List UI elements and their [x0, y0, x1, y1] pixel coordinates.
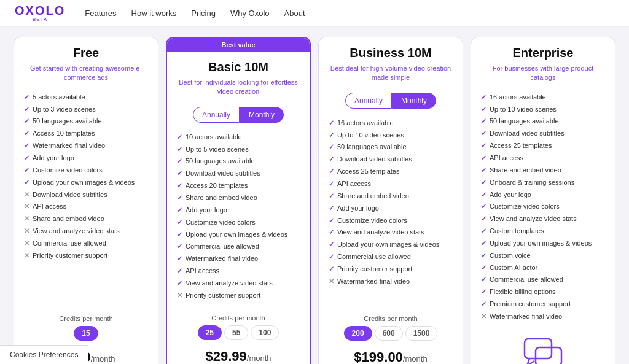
feature-text: API access	[186, 266, 219, 276]
feature-item: ✓ Up to 10 video scenes	[481, 105, 605, 114]
feature-text: Share and embed video	[33, 214, 104, 223]
feature-text: Access 25 templates	[490, 141, 552, 150]
check-icon: ✓	[481, 239, 486, 248]
feature-item: ✓ Customize video colors	[24, 166, 148, 175]
svg-rect-0	[525, 339, 552, 358]
check-icon: ✓	[481, 287, 486, 296]
feature-text: Add your logo	[186, 206, 227, 215]
credits-pill[interactable]: 25	[198, 325, 222, 340]
price-period: /month	[91, 354, 115, 363]
check-icon: ✓	[481, 117, 486, 126]
card-header: Basic 10M Best for individuals looking f…	[167, 52, 310, 102]
feature-item: ✓ Share and embed video	[481, 166, 605, 175]
toggle-monthly[interactable]: Monthly	[240, 107, 284, 123]
credits-pills: 2006001500	[329, 326, 453, 341]
credits-section: Credits per month 15	[14, 309, 158, 344]
card-title: Business 10M	[329, 46, 453, 60]
credits-pill[interactable]: 600	[375, 326, 403, 341]
feature-item: ✕ Download video subtitles	[24, 190, 148, 199]
feature-text: Priority customer support	[186, 291, 260, 300]
feature-item: ✓ Custom templates	[481, 227, 605, 236]
check-icon: ✓	[24, 153, 29, 163]
logo-text: OXOLO	[15, 4, 65, 17]
price-period: /month	[403, 354, 428, 363]
feature-text: Customize video colors	[186, 218, 256, 227]
feature-text: 16 actors available	[337, 118, 394, 128]
check-icon: ✓	[481, 141, 486, 150]
check-icon: ✓	[481, 300, 486, 309]
feature-text: Up to 10 video scenes	[490, 105, 557, 114]
feature-text: Upload your own images & videos	[490, 239, 592, 248]
credits-label: Credits per month	[329, 315, 453, 322]
nav-link-about[interactable]: About	[284, 9, 305, 18]
feature-item: ✓ Share and embed video	[177, 193, 300, 203]
check-icon: ✓	[481, 214, 486, 223]
feature-item: ✓ Add your logo	[329, 204, 453, 213]
check-icon: ✓	[329, 192, 334, 201]
feature-item: ✓ Upload your own images & videos	[481, 239, 605, 248]
feature-item: ✓ API access	[329, 179, 453, 188]
card-subtitle: Best deal for high-volume video creation…	[329, 64, 453, 83]
feature-text: Up to 5 video scenes	[186, 145, 249, 154]
credits-section: Credits per month 2006001500	[319, 309, 463, 344]
feature-text: Add your logo	[490, 190, 531, 199]
feature-text: Download video subtitles	[490, 129, 565, 138]
card-title: Basic 10M	[177, 60, 300, 74]
feature-text: Download video subtitles	[186, 169, 260, 178]
feature-text: Customize video colors	[33, 166, 103, 175]
feature-text: Share and embed video	[490, 166, 561, 175]
toggle-annually[interactable]: Annually	[193, 107, 240, 123]
price-value: $199.00	[354, 349, 403, 364]
check-icon: ✓	[177, 279, 182, 288]
check-icon: ✓	[24, 166, 29, 175]
svg-rect-1	[536, 347, 561, 364]
feature-item: ✓ Upload your own images & videos	[177, 230, 300, 239]
feature-item: ✓ 50 languages available	[481, 117, 605, 126]
feature-text: Custom templates	[490, 227, 544, 236]
feature-item: ✓ 50 languages available	[177, 157, 300, 166]
feature-text: Priority customer support	[337, 265, 412, 274]
feature-item: ✓ Premium customer support	[481, 300, 605, 309]
check-icon: ✓	[177, 266, 182, 276]
feature-text: 10 actors available	[186, 133, 242, 142]
check-icon: ✓	[177, 145, 182, 154]
feature-text: 5 actors available	[33, 93, 85, 102]
feature-item: ✓ 16 actors available	[481, 93, 605, 102]
feature-item: ✓ Customize video colors	[177, 218, 300, 227]
features-list: ✓ 10 actors available ✓ Up to 5 video sc…	[167, 128, 310, 308]
feature-item: ✓ 16 actors available	[329, 118, 453, 128]
plan-card-basic: Best value Basic 10M Best for individual…	[166, 37, 311, 364]
credits-pill[interactable]: 100	[251, 325, 279, 340]
feature-item: ✓ Flexible billing options	[481, 287, 605, 296]
cross-icon: ✕	[24, 227, 29, 236]
nav-link-pricing[interactable]: Pricing	[191, 9, 216, 18]
feature-text: Priority customer support	[33, 251, 107, 260]
cookies-bar[interactable]: Cookies Preferences	[0, 345, 88, 364]
feature-item: ✓ Onboard & training sessions	[481, 178, 605, 187]
chat-icon-area	[471, 333, 615, 364]
nav-link-how-it-works[interactable]: How it works	[131, 9, 177, 18]
feature-text: API access	[490, 153, 523, 163]
toggle-annually[interactable]: Annually	[345, 93, 392, 109]
credits-pill[interactable]: 200	[344, 326, 372, 341]
nav-link-features[interactable]: Features	[85, 9, 116, 18]
logo[interactable]: OXOLO BETA	[15, 4, 65, 22]
check-icon: ✓	[177, 218, 182, 227]
price-section: $199.00/month billed monthly	[319, 344, 463, 364]
check-icon: ✓	[24, 105, 29, 114]
feature-item: ✓ 50 languages available	[24, 117, 148, 126]
credits-pill[interactable]: 15	[74, 326, 98, 341]
price-value: $29.99	[205, 349, 246, 364]
check-icon: ✓	[329, 155, 334, 164]
cross-icon: ✕	[24, 251, 29, 260]
nav-link-why-oxolo[interactable]: Why Oxolo	[230, 9, 270, 18]
feature-item: ✕ Watermarked final video	[481, 312, 605, 321]
check-icon: ✓	[24, 178, 29, 187]
feature-text: Custom voice	[490, 251, 531, 260]
feature-item: ✓ Download video subtitles	[177, 169, 300, 178]
toggle-monthly[interactable]: Monthly	[392, 93, 436, 109]
card-title: Enterprise	[481, 46, 605, 60]
credits-pill[interactable]: 55	[224, 325, 248, 340]
feature-text: View and analyze video stats	[186, 279, 273, 288]
credits-pill[interactable]: 1500	[405, 326, 438, 341]
